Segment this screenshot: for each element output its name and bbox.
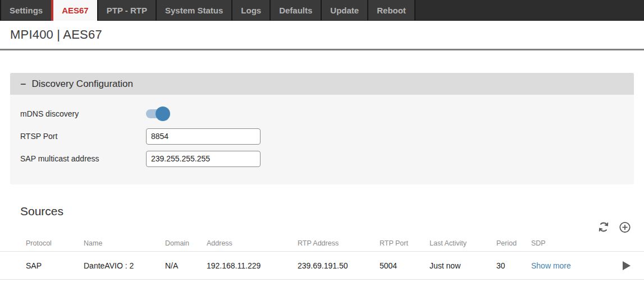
column-header-last-activity: Last Activity (430, 239, 496, 247)
cell-name: DanteAVIO : 2 (84, 261, 165, 270)
add-icon (619, 221, 631, 234)
cell-rtp-address: 239.69.191.50 (298, 261, 380, 270)
cell-protocol: SAP (26, 261, 84, 270)
tab-ptp-rtp[interactable]: PTP - RTP (97, 0, 156, 20)
mdns-discovery-row: mDNS discovery (10, 103, 634, 125)
add-source-button[interactable] (619, 221, 631, 233)
tab-update[interactable]: Update (321, 0, 367, 20)
column-header-sdp: SDP (531, 239, 608, 247)
cell-sdp: Show more (531, 261, 608, 270)
cell-period: 30 (496, 261, 531, 270)
top-tab-bar: Settings AES67 PTP - RTP System Status L… (0, 0, 644, 21)
tab-aes67[interactable]: AES67 (51, 0, 97, 21)
show-more-link[interactable]: Show more (531, 261, 571, 270)
tab-system-status[interactable]: System Status (156, 0, 231, 20)
play-icon[interactable] (623, 261, 631, 270)
tab-reboot[interactable]: Reboot (367, 0, 415, 20)
discovery-panel-body: mDNS discovery RTSP Port SAP multicast a… (10, 95, 634, 184)
tab-logs[interactable]: Logs (231, 0, 270, 20)
table-row: SAP DanteAVIO : 2 N/A 192.168.11.229 239… (0, 252, 644, 280)
cell-actions (608, 261, 631, 270)
refresh-button[interactable] (597, 221, 610, 233)
column-header-protocol: Protocol (26, 239, 84, 247)
sap-multicast-label: SAP multicast address (10, 154, 146, 163)
cell-address: 192.168.11.229 (207, 261, 298, 270)
column-header-rtp-address: RTP Address (298, 239, 380, 247)
column-header-address: Address (207, 239, 298, 247)
discovery-panel-title: Discovery Configuration (32, 78, 133, 90)
discovery-panel-header[interactable]: − Discovery Configuration (10, 73, 634, 95)
column-header-period: Period (496, 239, 531, 247)
column-header-rtp-port: RTP Port (380, 239, 430, 247)
rtsp-port-input[interactable] (146, 128, 261, 145)
page-title: MPI400 | AES67 (10, 27, 102, 42)
refresh-icon (597, 221, 610, 233)
page-header: MPI400 | AES67 (0, 21, 644, 50)
sap-multicast-row: SAP multicast address (10, 147, 634, 170)
discovery-configuration-panel: − Discovery Configuration mDNS discovery… (10, 73, 634, 184)
column-header-domain: Domain (165, 239, 207, 247)
rtsp-port-label: RTSP Port (10, 132, 146, 141)
sap-multicast-input[interactable] (146, 151, 261, 167)
cell-domain: N/A (165, 261, 207, 270)
tab-defaults[interactable]: Defaults (270, 0, 321, 20)
mdns-discovery-toggle[interactable] (146, 109, 168, 118)
cell-last-activity: Just now (430, 261, 496, 270)
toggle-knob (156, 107, 170, 121)
cell-rtp-port: 5004 (380, 261, 430, 270)
mdns-discovery-label: mDNS discovery (10, 109, 146, 118)
sources-table-header: Protocol Name Domain Address RTP Address… (0, 235, 644, 252)
collapse-icon[interactable]: − (20, 79, 26, 89)
rtsp-port-row: RTSP Port (10, 125, 634, 147)
column-header-name: Name (84, 239, 165, 247)
sources-title: Sources (20, 205, 644, 218)
tab-settings[interactable]: Settings (0, 0, 51, 20)
sources-actions (0, 219, 644, 235)
